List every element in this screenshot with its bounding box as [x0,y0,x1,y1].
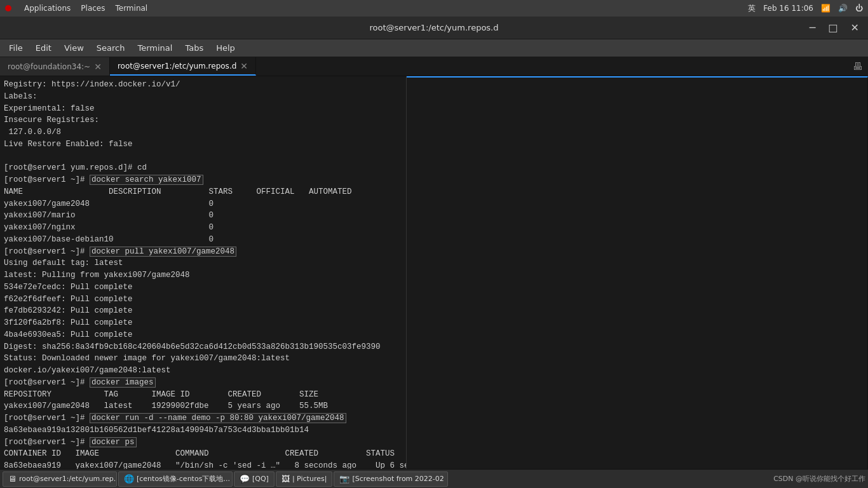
taskbar: 🖥 root@server1:/etc/yum.rep... 🌐 [centos… [0,469,868,488]
taskbar-pictures-icon: 🖼 [281,474,290,484]
power-icon: ⏻ [855,4,863,13]
scroll-up-icon[interactable]: 🖶 [853,60,863,72]
system-bar: Applications Places Terminal 英 Feb 16 11… [0,0,868,17]
terminal-menu[interactable]: Terminal [115,4,147,13]
tab-close-foundation[interactable]: ✕ [94,62,102,72]
tabs-right-controls: 🖶 [853,57,868,76]
taskbar-screenshot-label: [Screenshot from 2022-02 [352,475,444,483]
taskbar-right: CSDN @听说你能找个好工作 [773,474,865,484]
taskbar-browser-label: [centos镜像-centos下载地... [137,474,230,484]
menu-terminal[interactable]: Terminal [132,42,177,54]
taskbar-terminal-label: root@server1:/etc/yum.rep... [19,475,117,483]
maximize-button[interactable]: □ [824,20,841,35]
taskbar-pictures-label: | Pictures| [292,475,327,483]
menu-file[interactable]: File [4,42,28,54]
taskbar-item-qq[interactable]: 💬 [QQ] [234,471,275,487]
taskbar-item-pictures[interactable]: 🖼 | Pictures| [276,471,332,487]
wifi-icon: 📶 [821,4,831,13]
window-title: root@server1:/etc/yum.repos.d [369,23,498,32]
places-menu[interactable]: Places [81,4,105,13]
menu-help[interactable]: Help [211,42,240,54]
tabs-bar: root@foundation34:~ ✕ root@server1:/etc/… [0,57,868,76]
tab-server1[interactable]: root@server1:/etc/yum.repos.d ✕ [110,57,256,76]
system-bar-left: Applications Places Terminal [5,4,147,13]
close-button[interactable]: ✕ [847,20,863,35]
tab-close-server1[interactable]: ✕ [240,61,248,71]
menu-bar: File Edit View Search Terminal Tabs Help [0,39,868,57]
applications-menu[interactable]: Applications [24,4,71,13]
terminal-area: Registry: https://index.docker.io/v1/ La… [0,76,868,469]
menu-edit[interactable]: Edit [31,42,57,54]
terminal-pane-right[interactable] [407,76,868,469]
datetime: Feb 16 11:06 [763,4,813,13]
distro-icon [5,5,11,11]
taskbar-item-screenshot[interactable]: 📷 [Screenshot from 2022-02 [334,471,448,487]
window-controls[interactable]: ─ □ ✕ [806,20,863,35]
csdn-label: CSDN @听说你能找个好工作 [773,474,865,484]
menu-search[interactable]: Search [92,42,130,54]
terminal-pane-left[interactable]: Registry: https://index.docker.io/v1/ La… [0,76,407,469]
terminal-content-left: Registry: https://index.docker.io/v1/ La… [0,76,406,469]
taskbar-item-terminal[interactable]: 🖥 root@server1:/etc/yum.rep... [3,471,117,487]
terminal-content-right [407,78,867,469]
taskbar-item-browser[interactable]: 🌐 [centos镜像-centos下载地... [118,471,233,487]
minimize-button[interactable]: ─ [806,20,820,35]
taskbar-qq-icon: 💬 [240,474,250,484]
system-bar-right: 英 Feb 16 11:06 📶 🔊 ⏻ [748,3,863,14]
title-bar: root@server1:/etc/yum.repos.d ─ □ ✕ [0,17,868,39]
taskbar-qq-label: [QQ] [252,475,269,483]
tab-foundation34[interactable]: root@foundation34:~ ✕ [0,57,110,76]
menu-view[interactable]: View [59,42,89,54]
language-indicator: 英 [748,3,756,14]
sound-icon: 🔊 [838,4,848,13]
tab-label-server1: root@server1:/etc/yum.repos.d [118,62,236,71]
taskbar-browser-icon: 🌐 [124,474,134,484]
tab-label-foundation: root@foundation34:~ [8,62,90,71]
taskbar-terminal-icon: 🖥 [8,474,17,484]
taskbar-screenshot-icon: 📷 [339,474,349,484]
menu-tabs[interactable]: Tabs [180,42,208,54]
